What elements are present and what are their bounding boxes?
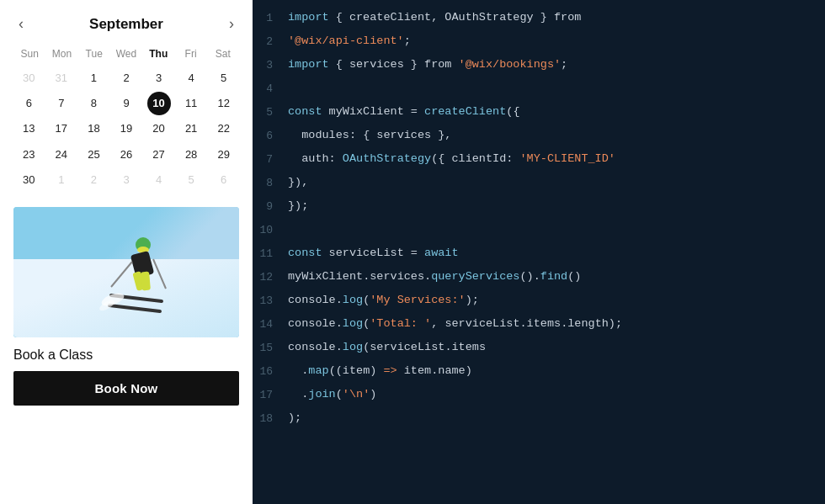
line-number: 2 [253, 32, 288, 51]
line-code: '@wix/api-client'; [288, 32, 411, 51]
cal-day[interactable]: 28 [176, 143, 207, 167]
code-line: 7 auth: OAuthStrategy({ clientId: 'MY-CL… [253, 150, 825, 173]
svg-line-5 [153, 259, 166, 289]
cal-day[interactable]: 9 [111, 92, 142, 115]
line-number: 6 [253, 126, 288, 146]
line-code: ); [288, 409, 301, 428]
cal-day[interactable]: 5 [176, 168, 207, 192]
line-number: 11 [253, 244, 288, 263]
line-number: 7 [253, 150, 288, 169]
line-code: import { services } from '@wix/bookings'… [288, 56, 567, 75]
cal-day[interactable]: 22 [208, 117, 239, 141]
next-month-button[interactable]: › [224, 13, 239, 34]
cal-day[interactable]: 5 [208, 66, 239, 90]
cal-day[interactable]: 26 [111, 143, 142, 167]
cal-day[interactable]: 3 [111, 168, 142, 192]
code-line: 4 [253, 79, 825, 103]
code-line: 9}); [253, 197, 825, 220]
line-number: 8 [253, 173, 288, 193]
day-header-fri: Fri [174, 45, 206, 63]
cal-day[interactable]: 24 [46, 143, 77, 167]
line-code: import { createClient, OAuthStrategy } f… [288, 8, 581, 28]
line-number: 15 [253, 338, 288, 358]
cal-day[interactable]: 7 [46, 92, 77, 115]
line-code: modules: { services }, [288, 126, 451, 146]
cal-day-today[interactable]: 10 [147, 92, 171, 115]
code-line: 14console.log('Total: ', serviceList.ite… [253, 315, 825, 338]
code-line: 17 .join('\n') [253, 385, 825, 409]
line-code: const myWixClient = createClient({ [288, 103, 519, 122]
cal-day[interactable]: 18 [78, 117, 109, 141]
code-line: 5const myWixClient = createClient({ [253, 103, 825, 126]
day-header-wed: Wed [110, 45, 142, 63]
calendar-header: ‹ September › [13, 13, 239, 34]
code-editor: 1import { createClient, OAuthStrategy } … [253, 0, 825, 504]
day-headers-row: Sun Mon Tue Wed Thu Fri Sat [13, 45, 239, 63]
code-line: 13console.log('My Services:'); [253, 291, 825, 315]
ski-image-placeholder [13, 207, 239, 337]
line-number: 13 [253, 291, 288, 310]
day-header-sat: Sat [207, 45, 239, 63]
day-header-tue: Tue [78, 45, 110, 63]
cal-day[interactable]: 3 [143, 66, 174, 90]
code-line: 1import { createClient, OAuthStrategy } … [253, 8, 825, 32]
day-header-sun: Sun [13, 45, 45, 63]
cal-day[interactable]: 1 [46, 168, 77, 192]
line-number: 9 [253, 197, 288, 216]
cal-day[interactable]: 12 [208, 92, 239, 115]
line-code: }), [288, 173, 308, 193]
line-number: 18 [253, 409, 288, 428]
cal-day[interactable]: 2 [78, 168, 109, 192]
book-title: Book a Class [13, 347, 239, 363]
cal-day[interactable]: 4 [176, 66, 207, 90]
cal-day[interactable]: 20 [143, 117, 174, 141]
cal-day[interactable]: 31 [46, 66, 77, 90]
svg-line-8 [109, 305, 160, 311]
skier-svg [86, 221, 187, 322]
line-code: const serviceList = await [288, 244, 459, 263]
cal-day[interactable]: 13 [13, 117, 45, 141]
cal-day[interactable]: 11 [176, 92, 207, 115]
cal-day[interactable]: 6 [13, 92, 45, 115]
code-line: 2'@wix/api-client'; [253, 32, 825, 56]
calendar-month-title: September [89, 16, 163, 33]
cal-day[interactable]: 2 [111, 66, 142, 90]
cal-day[interactable]: 29 [208, 143, 239, 167]
left-panel: ‹ September › Sun Mon Tue Wed Thu Fri Sa… [0, 0, 253, 504]
code-line: 6 modules: { services }, [253, 126, 825, 150]
ski-image [13, 207, 239, 337]
cal-day[interactable]: 25 [78, 143, 109, 167]
code-line: 3import { services } from '@wix/bookings… [253, 56, 825, 79]
line-number: 12 [253, 268, 288, 287]
svg-line-6 [111, 262, 132, 287]
line-number: 14 [253, 315, 288, 334]
line-number: 10 [253, 220, 288, 240]
code-line: 8}), [253, 173, 825, 197]
book-now-button[interactable]: Book Now [13, 371, 239, 406]
day-header-thu: Thu [142, 45, 174, 63]
code-line: 18); [253, 409, 825, 432]
cal-day[interactable]: 8 [78, 92, 109, 115]
cal-day[interactable]: 21 [176, 117, 207, 141]
prev-month-button[interactable]: ‹ [13, 13, 29, 34]
cal-day[interactable]: 27 [143, 143, 174, 167]
svg-rect-4 [141, 272, 151, 291]
line-code: myWixClient.services.queryServices().fin… [288, 268, 581, 287]
code-line: 10 [253, 220, 825, 244]
cal-day[interactable]: 6 [208, 168, 239, 192]
line-number: 5 [253, 103, 288, 122]
line-code: .join('\n') [288, 385, 376, 405]
cal-day[interactable]: 23 [13, 143, 45, 167]
cal-day[interactable]: 19 [111, 117, 142, 141]
cal-day[interactable]: 17 [46, 117, 77, 141]
code-line: 11const serviceList = await [253, 244, 825, 268]
line-code: console.log('My Services:'); [288, 291, 479, 310]
line-number: 4 [253, 79, 288, 98]
line-code: console.log('Total: ', serviceList.items… [288, 315, 622, 334]
code-line: 12myWixClient.services.queryServices().f… [253, 268, 825, 291]
cal-day[interactable]: 30 [13, 66, 45, 90]
cal-day[interactable]: 4 [143, 168, 174, 192]
line-number: 3 [253, 56, 288, 75]
cal-day[interactable]: 30 [13, 168, 45, 192]
cal-day[interactable]: 1 [78, 66, 109, 90]
